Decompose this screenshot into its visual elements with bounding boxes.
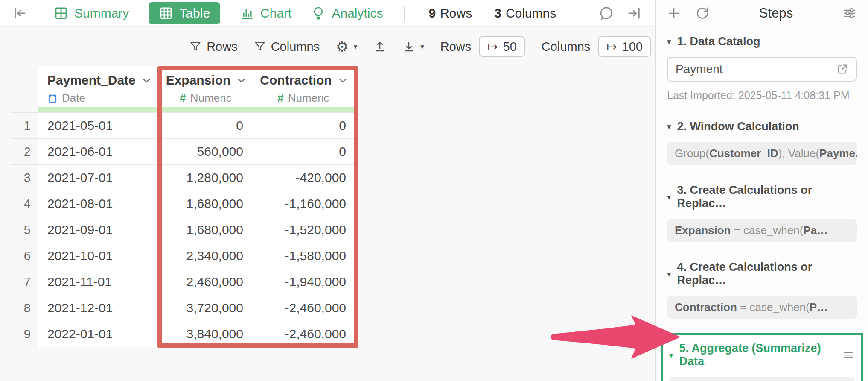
filter-columns-button[interactable]: Columns bbox=[254, 40, 320, 54]
table-grid-icon bbox=[159, 6, 173, 21]
comment-icon[interactable] bbox=[598, 6, 614, 21]
column-header-payment-date[interactable]: Payment_Date Date bbox=[38, 67, 160, 112]
rows-limit-value: 50 bbox=[503, 40, 517, 54]
contraction-cell: -1,940,000 bbox=[252, 269, 355, 295]
steps-header: Steps bbox=[656, 0, 868, 26]
tab-summary[interactable]: Summary bbox=[54, 6, 129, 21]
table-row: 7 2021-11-01 2,460,000 -1,940,000 bbox=[11, 269, 355, 295]
data-quality-bar bbox=[38, 107, 159, 112]
column-type-label: Numeric bbox=[288, 91, 329, 105]
sliders-settings-icon[interactable] bbox=[842, 6, 857, 21]
row-number-cell: 8 bbox=[11, 295, 38, 321]
row-number-cell: 5 bbox=[11, 217, 38, 243]
funnel-icon bbox=[189, 41, 201, 53]
chevron-down-icon[interactable] bbox=[339, 78, 347, 83]
collapse-triangle-icon[interactable]: ▾ bbox=[667, 269, 671, 279]
dataset-counts: 9Rows 3Columns bbox=[428, 6, 556, 21]
steps-panel-title: Steps bbox=[724, 6, 828, 21]
collapse-triangle-icon[interactable]: ▾ bbox=[667, 37, 671, 47]
table-header-row: Payment_Date Date bbox=[11, 67, 355, 112]
expansion-cell: 560,000 bbox=[160, 139, 252, 164]
step-5-title[interactable]: ▾ 5. Aggregate (Summarize) Data bbox=[669, 342, 842, 368]
data-source-name: Payment bbox=[676, 62, 723, 76]
rows-limit-input[interactable]: ↦ 50 bbox=[479, 36, 525, 57]
expansion-cell: 2,460,000 bbox=[160, 269, 252, 295]
numeric-hash-icon: # bbox=[277, 91, 283, 105]
row-number-cell: 7 bbox=[11, 269, 38, 295]
step-3-summary-chip[interactable]: Expansion = case_when(Pa… bbox=[667, 219, 857, 242]
add-step-icon[interactable] bbox=[667, 6, 681, 20]
row-count: 9Rows bbox=[428, 6, 472, 21]
step-5-summary-chip[interactable]: Group(Payment_Date (Month)), Val… bbox=[669, 377, 855, 381]
table-settings-menu[interactable]: ⚙ ▾ bbox=[336, 40, 357, 54]
step-3-title[interactable]: ▾ 3. Create Calculations or Replac… bbox=[667, 184, 857, 210]
step-4-title[interactable]: ▾ 4. Create Calculations or Replac… bbox=[667, 261, 857, 287]
column-type-label: Date bbox=[62, 91, 85, 105]
contraction-cell: -1,160,000 bbox=[252, 191, 355, 217]
payment-date-cell: 2021-06-01 bbox=[38, 139, 160, 164]
table-row: 8 2021-12-01 3,720,000 -2,460,000 bbox=[11, 295, 355, 321]
column-header-contraction[interactable]: Contraction # Numeric bbox=[252, 67, 355, 112]
column-header-expansion[interactable]: Expansion # Numeric bbox=[160, 67, 252, 112]
chevron-down-icon: ▾ bbox=[420, 42, 424, 51]
app-window: Summary Table Chart bbox=[0, 0, 868, 381]
collapse-triangle-icon[interactable]: ▾ bbox=[667, 192, 671, 202]
table-row: 3 2021-07-01 1,280,000 -420,000 bbox=[11, 164, 355, 190]
columns-limit-value: 100 bbox=[622, 40, 643, 54]
columns-limit-input[interactable]: ↦ 100 bbox=[598, 36, 651, 57]
collapse-left-icon[interactable] bbox=[12, 6, 27, 21]
rows-limit-label: Rows bbox=[440, 40, 472, 54]
upload-button[interactable] bbox=[373, 40, 386, 53]
column-name: Expansion bbox=[166, 73, 231, 88]
download-icon bbox=[402, 40, 415, 53]
step-title-label: 3. Create Calculations or Replac… bbox=[677, 184, 857, 210]
data-quality-bar bbox=[252, 107, 355, 112]
tab-analytics[interactable]: Analytics bbox=[311, 6, 383, 21]
filter-rows-label: Rows bbox=[207, 40, 238, 54]
last-imported-text: Last Imported: 2025-05-11 4:08:31 PM bbox=[667, 89, 857, 102]
step-title-label: 2. Window Calculation bbox=[677, 120, 799, 133]
data-quality-bar bbox=[160, 107, 252, 112]
step-5-aggregate-active[interactable]: ▾ 5. Aggregate (Summarize) Data Group(Pa… bbox=[661, 333, 863, 381]
chevron-down-icon: ▾ bbox=[354, 42, 358, 51]
filter-rows-button[interactable]: Rows bbox=[189, 40, 238, 54]
step-1-data-catalog: ▾ 1. Data Catalog Payment Last Imported:… bbox=[656, 26, 868, 111]
expansion-cell: 3,720,000 bbox=[160, 295, 252, 321]
column-count: 3Columns bbox=[494, 6, 556, 21]
bar-chart-icon bbox=[240, 6, 254, 21]
header-divider bbox=[404, 6, 405, 21]
collapse-right-icon[interactable] bbox=[626, 6, 642, 21]
collapse-triangle-icon[interactable]: ▾ bbox=[669, 350, 673, 360]
chevron-down-icon[interactable] bbox=[237, 78, 245, 83]
step-menu-hamburger-icon[interactable] bbox=[842, 349, 855, 361]
row-number-cell: 6 bbox=[11, 243, 38, 269]
step-2-window-calculation: ▾ 2. Window Calculation Group(Customer_I… bbox=[656, 111, 868, 175]
steps-sidebar: Steps ▾ 1. Data Catalog Payment Last Imp… bbox=[655, 0, 868, 381]
table-row: 6 2021-10-01 2,340,000 -1,580,000 bbox=[11, 243, 355, 269]
refresh-icon[interactable] bbox=[695, 6, 710, 21]
step-2-summary-chip[interactable]: Group(Customer_ID), Value(Payme… bbox=[667, 142, 857, 165]
tab-chart[interactable]: Chart bbox=[240, 6, 291, 21]
download-menu[interactable]: ▾ bbox=[402, 40, 424, 53]
expansion-cell: 2,340,000 bbox=[160, 243, 252, 269]
table-body: 1 2021-05-01 0 0 2 2021-06-01 560,000 0 … bbox=[11, 112, 355, 347]
tab-summary-label: Summary bbox=[74, 6, 129, 21]
columns-limit-label: Columns bbox=[542, 40, 590, 54]
numeric-hash-icon: # bbox=[180, 91, 186, 105]
table-row: 2 2021-06-01 560,000 0 bbox=[11, 138, 355, 164]
funnel-icon bbox=[254, 41, 266, 53]
payment-date-cell: 2021-11-01 bbox=[38, 269, 160, 295]
tab-table[interactable]: Table bbox=[149, 2, 220, 24]
step-2-title[interactable]: ▾ 2. Window Calculation bbox=[667, 120, 857, 133]
step-4-summary-chip[interactable]: Contraction = case_when(P… bbox=[667, 296, 857, 319]
external-link-icon[interactable] bbox=[836, 63, 848, 75]
step-4-create-calculations: ▾ 4. Create Calculations or Replac… Cont… bbox=[656, 252, 868, 328]
contraction-cell: -2,460,000 bbox=[252, 295, 355, 321]
step-1-title[interactable]: ▾ 1. Data Catalog bbox=[667, 35, 857, 48]
data-source-box[interactable]: Payment bbox=[667, 57, 857, 82]
chevron-down-icon[interactable] bbox=[143, 78, 151, 83]
view-tabs: Summary Table Chart bbox=[54, 2, 383, 24]
filter-columns-label: Columns bbox=[271, 40, 320, 54]
column-type-label: Numeric bbox=[190, 91, 232, 105]
collapse-triangle-icon[interactable]: ▾ bbox=[667, 122, 671, 132]
